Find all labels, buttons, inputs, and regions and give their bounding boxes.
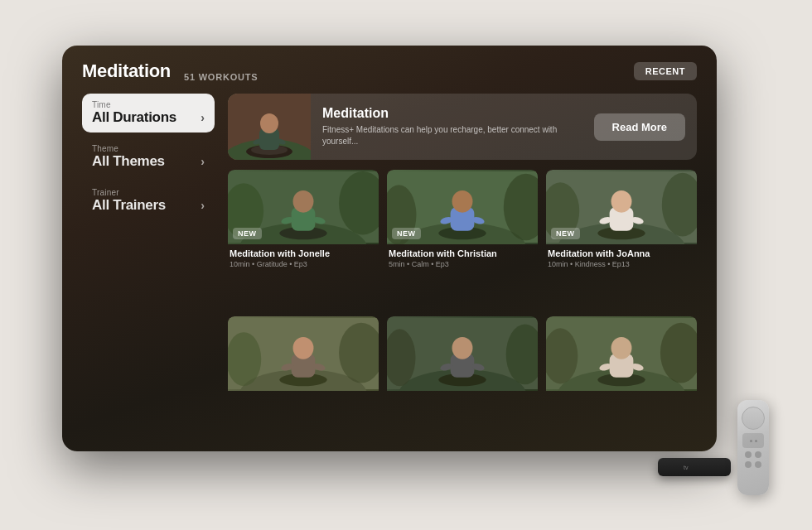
thumb-illustration-5 (387, 316, 538, 391)
filter-trainer-value: All Trainers (92, 197, 166, 214)
video-info-1: Meditation with Jonelle 10min • Gratitud… (228, 244, 379, 272)
right-content: Meditation Fitness+ Meditations can help… (228, 94, 697, 436)
new-badge-2: NEW (392, 228, 421, 239)
video-thumb-6 (546, 316, 697, 391)
apple-tv-remote (737, 400, 769, 495)
apple-tv-box: tv (658, 458, 731, 476)
filter-theme[interactable]: Theme All Themes › (82, 137, 215, 176)
svg-point-12 (293, 190, 314, 213)
banner[interactable]: Meditation Fitness+ Meditations can help… (228, 94, 697, 160)
svg-point-39 (293, 337, 314, 359)
svg-point-21 (452, 190, 473, 213)
filter-trainer-row: All Trainers › (92, 197, 205, 214)
sidebar: Time All Durations › Theme All Themes › (82, 94, 215, 436)
new-badge-1: NEW (233, 228, 262, 239)
apple-tv-logo: tv (682, 463, 707, 471)
video-thumb-4 (228, 316, 379, 391)
video-card-2[interactable]: NEW Meditation with Christian 5min • Cal… (387, 170, 538, 308)
filter-time-label: Time (92, 100, 205, 109)
video-card-3[interactable]: NEW Meditation with JoAnna 10min • Kindn… (546, 170, 697, 308)
video-thumb-1: NEW (228, 170, 379, 244)
tv-screen: Meditation 51 WORKOUTS RECENT Time All D… (62, 46, 717, 451)
remote-dot-2 (755, 440, 757, 442)
video-thumb-2: NEW (387, 170, 538, 244)
new-badge-3: NEW (551, 228, 580, 239)
video-card-4[interactable] (228, 316, 379, 436)
remote-btn-4[interactable] (755, 461, 761, 468)
video-info-6 (546, 391, 697, 401)
video-info-4 (228, 391, 379, 401)
svg-point-48 (452, 337, 473, 359)
scene: Meditation 51 WORKOUTS RECENT Time All D… (0, 0, 812, 530)
video-card-1[interactable]: NEW Meditation with Jonelle 10min • Grat… (228, 170, 379, 308)
video-card-6[interactable] (546, 316, 697, 436)
video-grid: NEW Meditation with Jonelle 10min • Grat… (228, 170, 697, 436)
svg-point-57 (611, 337, 632, 359)
video-meta-1: 10min • Gratitude • Ep3 (230, 260, 377, 268)
video-info-2: Meditation with Christian 5min • Calm • … (387, 244, 538, 272)
page-title: Meditation (82, 60, 171, 82)
video-info-5 (387, 391, 538, 401)
video-title-1: Meditation with Jonelle (230, 248, 377, 258)
workout-count: 51 WORKOUTS (184, 72, 634, 82)
filter-theme-value: All Themes (92, 153, 165, 170)
filter-theme-row: All Themes › (92, 153, 205, 170)
video-thumb-3: NEW (546, 170, 697, 244)
remote-dots (742, 433, 764, 448)
video-card-5[interactable] (387, 316, 538, 436)
video-meta-3: 10min • Kindness • Ep13 (548, 260, 695, 268)
svg-point-30 (611, 190, 632, 213)
video-meta-2: 5min • Calm • Ep3 (389, 260, 536, 268)
video-title-2: Meditation with Christian (389, 248, 536, 258)
filter-time[interactable]: Time All Durations › (82, 94, 215, 132)
video-thumb-5 (387, 316, 538, 391)
read-more-button[interactable]: Read More (594, 113, 685, 141)
filter-trainer[interactable]: Trainer All Trainers › (82, 181, 215, 220)
remote-btn-2[interactable] (755, 451, 761, 458)
screen-content: Meditation 51 WORKOUTS RECENT Time All D… (62, 46, 717, 451)
chevron-right-icon-2: › (201, 155, 205, 168)
thumb-illustration-6 (546, 316, 697, 391)
remote-trackpad[interactable] (742, 407, 765, 430)
remote-dot-1 (750, 440, 752, 442)
video-info-3: Meditation with JoAnna 10min • Kindness … (546, 244, 697, 272)
banner-image (228, 94, 311, 160)
remote-buttons-row-2 (745, 461, 761, 468)
remote-btn-1[interactable] (745, 451, 752, 458)
remote-buttons-row (745, 451, 761, 458)
filter-theme-label: Theme (92, 144, 205, 153)
screen-header: Meditation 51 WORKOUTS RECENT (82, 60, 697, 82)
filter-time-value: All Durations (92, 109, 176, 126)
banner-title: Meditation (322, 106, 582, 121)
recent-button[interactable]: RECENT (634, 62, 697, 80)
filter-trainer-label: Trainer (92, 188, 205, 197)
thumb-illustration-4 (228, 316, 379, 391)
banner-person-illustration (228, 94, 311, 160)
filter-time-row: All Durations › (92, 109, 205, 126)
svg-text:tv: tv (684, 465, 689, 470)
svg-point-42 (228, 332, 261, 386)
banner-description: Fitness+ Meditations can help you rechar… (322, 124, 582, 147)
screen-main: Time All Durations › Theme All Themes › (82, 94, 697, 436)
remote-btn-3[interactable] (745, 461, 752, 468)
svg-point-5 (260, 113, 278, 133)
chevron-right-icon: › (201, 111, 205, 124)
chevron-right-icon-3: › (201, 199, 205, 212)
banner-text: Meditation Fitness+ Meditations can help… (311, 106, 594, 147)
video-title-3: Meditation with JoAnna (548, 248, 695, 258)
